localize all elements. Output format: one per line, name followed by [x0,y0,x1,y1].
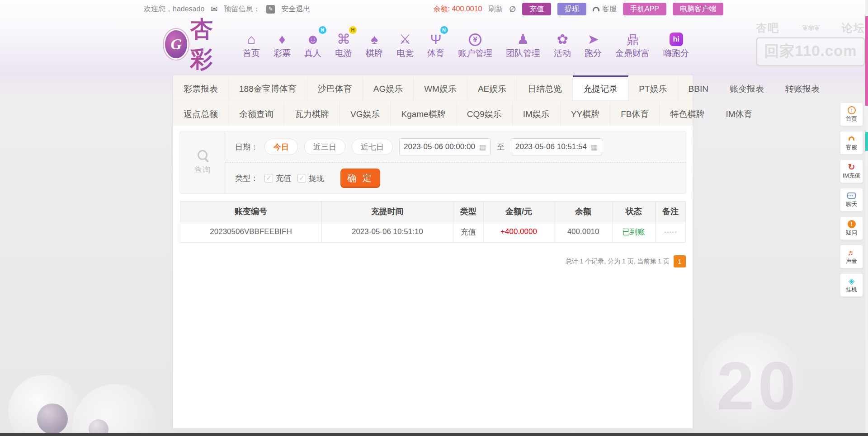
nav-item-home[interactable]: ⌂ 首页 [238,30,265,59]
pc-client-button[interactable]: 电脑客户端 [673,3,723,15]
logo-text: 杏彩 [190,14,226,75]
hide-balance-eye-icon[interactable]: ∅ [509,5,516,14]
service-link[interactable]: 客服 [593,5,617,14]
tab-saba-sports[interactable]: 沙巴体育 [307,75,363,100]
tab-kgame[interactable]: Kgame棋牌 [391,101,456,126]
tab-im-sports[interactable]: IM体育 [715,101,763,126]
side-item-home[interactable]: ↑ 首页 [840,103,863,126]
diamond-icon: ◈ [849,277,855,285]
watermark-left: 杏吧 [756,21,779,35]
exclamation-icon: ! [848,220,856,228]
side-item-idle[interactable]: ◈ 挂机 [840,273,863,297]
query-label-block: 查询 [180,131,225,193]
tab-im-casino[interactable]: IM娱乐 [513,101,561,126]
side-item-question[interactable]: ! 疑问 [840,216,863,240]
tab-wali-games[interactable]: 瓦力棋牌 [284,101,340,126]
nav-item-team[interactable]: ♟ 团队管理 [501,30,545,59]
pagination-summary: 总计 1 个记录, 分为 1 页, 当前第 1 页 [566,258,670,266]
mail-icon[interactable]: ✉ [211,4,217,14]
cell-balance: 400.0010 [554,221,613,243]
main-nav: ⌂ 首页 ♦ 彩票 ☻N 真人 ⌘H 电游 ♠ 棋牌 ⚔ 电竞 ΨN 体育 ¥ [238,30,694,59]
nav-item-live-casino[interactable]: ☻N 真人 [299,30,326,59]
tab-special-games[interactable]: 特色棋牌 [660,101,715,126]
scrollbar-thumb-teal[interactable] [865,132,868,151]
tab-rebate-total[interactable]: 返点总额 [173,101,229,126]
nav-item-egames[interactable]: ⌘H 电游 [330,30,357,59]
tab-ae[interactable]: AE娱乐 [467,75,517,100]
tab-daily-summary[interactable]: 日结总览 [517,75,573,100]
date-from-input[interactable]: 2023-05-06 00:00:00 ▦ [399,138,491,155]
date-to-input[interactable]: 2023-05-06 10:51:54 ▦ [511,138,602,155]
nav-item-paofen[interactable]: ➤ 跑分 [580,30,607,59]
query-label: 查询 [194,164,211,175]
paofen-icon: ➤ [587,30,599,46]
recharge-checkbox-label[interactable]: 充值 [276,173,291,183]
speaker-icon: ♬ [848,248,856,257]
floating-side-nav: ↑ 首页 客服 ↻ IM充值 ⋯ 聊天 ! 疑问 ♬ 声音 ◈ 挂机 [840,103,863,297]
preset-3days-button[interactable]: 近三日 [304,139,345,155]
tab-bbin[interactable]: BBIN [678,75,719,100]
headset-icon [593,7,599,11]
nav-item-board-games[interactable]: ♠ 棋牌 [361,30,388,59]
bokeh-circle [8,375,80,436]
confirm-button[interactable]: 确 定 [340,169,380,188]
calendar-icon[interactable]: ▦ [591,143,598,151]
tab-transfer-report[interactable]: 转账报表 [775,75,830,100]
bokeh-circle [72,384,158,436]
footer-dark-bar [0,433,868,436]
cell-account-change-id: 20230506VBBFEEBIFH [180,221,322,243]
site-header: G 杏彩 ⌂ 首页 ♦ 彩票 ☻N 真人 ⌘H 电游 ♠ 棋牌 ⚔ 电竞 ΨN … [165,22,694,67]
calendar-icon[interactable]: ▦ [479,143,486,151]
tripod-icon: 鼎 [627,30,639,46]
username: hadesado [173,5,204,13]
side-item-sound[interactable]: ♬ 声音 [840,245,863,268]
mobile-app-button[interactable]: 手机APP [623,3,666,15]
tab-balance-query[interactable]: 余额查询 [229,101,284,126]
refresh-link[interactable]: 刷新 [488,5,503,14]
header-account-change-id: 账变编号 [180,202,322,221]
withdraw-button[interactable]: 提现 [557,3,586,15]
nav-item-sports[interactable]: ΨN 体育 [422,30,449,59]
withdraw-checkbox-label[interactable]: 提现 [309,173,324,183]
tab-pt[interactable]: PT娱乐 [628,75,678,100]
table-row: 20230506VBBFEEBIFH 2023-05-06 10:51:10 充… [180,221,686,243]
side-item-chat[interactable]: ⋯ 聊天 [840,188,863,211]
watermark-right: 论坛 [842,21,865,35]
tab-vg[interactable]: VG娱乐 [340,101,391,126]
side-item-im-recharge[interactable]: ↻ IM充值 [840,159,863,183]
preset-today-button[interactable]: 今日 [264,139,298,155]
page-1-button[interactable]: 1 [674,255,686,267]
side-item-service[interactable]: 客服 [840,131,863,155]
tab-yy-games[interactable]: YY棋牌 [561,101,610,126]
recharge-checkbox[interactable]: ✓ [264,174,273,183]
tab-account-change-report[interactable]: 账变报表 [719,75,775,100]
team-people-icon: ♟ [517,30,529,46]
nav-item-promotions[interactable]: ✿ 活动 [549,30,576,59]
nav-item-lottery[interactable]: ♦ 彩票 [269,30,296,59]
tab-ag[interactable]: AG娱乐 [363,75,414,100]
site-logo[interactable]: G 杏彩 [165,14,226,75]
preset-7days-button[interactable]: 近七日 [352,139,393,155]
tab-cq9[interactable]: CQ9娱乐 [457,101,513,126]
logout-link[interactable]: 安全退出 [281,5,310,14]
nav-item-esports[interactable]: ⚔ 电竞 [392,30,419,59]
nav-item-jinding-wealth[interactable]: 鼎 金鼎财富 [610,30,655,59]
filter-main: 日期： 今日 近三日 近七日 2023-05-06 00:00:00 ▦ 至 2… [225,131,686,193]
tab-188-sports[interactable]: 188金宝博体育 [229,75,307,100]
scrollbar-thumb-pink[interactable] [865,16,868,106]
tab-lottery-report[interactable]: 彩票报表 [173,75,229,100]
edit-pencil-icon[interactable]: ✎ [266,5,275,14]
tab-fb-sports[interactable]: FB体育 [610,101,660,126]
recharge-button[interactable]: 充值 [522,3,551,15]
tab-wm[interactable]: WM娱乐 [414,75,467,100]
tab-deposit-withdraw-records[interactable]: 充提记录 [573,75,628,100]
withdraw-checkbox[interactable]: ✓ [297,174,306,183]
flourish-ornament: ❦✾❦ [802,23,819,33]
nav-item-account[interactable]: ¥ 账户管理 [453,30,497,59]
table-header-row: 账变编号 充提时间 类型 金额/元 余额 状态 备注 [180,202,686,221]
records-table: 账变编号 充提时间 类型 金额/元 余额 状态 备注 20230506VBBFE… [180,201,686,243]
type-filter-row: 类型： ✓ 充值 ✓ 提现 确 定 [225,163,686,193]
nav-item-hi-paofen[interactable]: hi 嗨跑分 [658,30,694,59]
gift-icon: ✿ [557,30,568,46]
welcome-text: 欢迎您，hadesado [144,5,204,14]
